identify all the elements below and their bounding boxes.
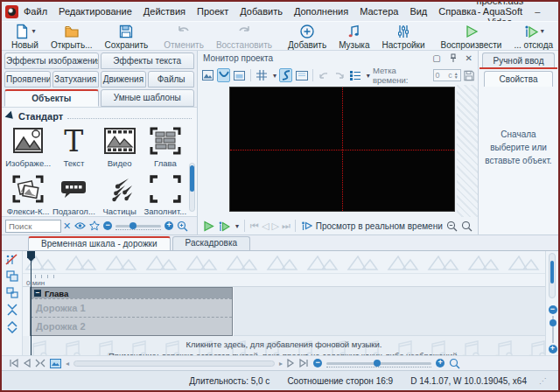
go-next-icon[interactable] — [287, 359, 295, 368]
tab-files[interactable]: Файлы — [148, 71, 194, 88]
empty-track-area[interactable] — [234, 287, 545, 336]
grid-caret[interactable]: ▾ — [273, 72, 276, 80]
transport-play-caret[interactable]: ▾ — [235, 222, 239, 230]
chapter-block[interactable]: − Глава Дорожка 1 Дорожка 2 — [30, 287, 233, 336]
zoom-in-button[interactable]: + — [164, 221, 173, 230]
realtime-preview-label[interactable]: Просмотр в реальном времени — [316, 221, 443, 231]
maximize-button[interactable]: □ — [556, 6, 560, 17]
shrink-tracks-icon[interactable] — [6, 304, 18, 316]
snapshot-save-icon[interactable] — [464, 70, 474, 81]
object-video[interactable]: Видео — [97, 125, 143, 168]
preview-zoom-out-icon[interactable] — [446, 220, 458, 232]
tab-smart-templates[interactable]: Умные шаблоны — [101, 89, 195, 107]
tab-fade-ins[interactable]: Проявления — [4, 71, 51, 88]
safe-area-icon[interactable] — [233, 68, 246, 82]
fit-view-icon[interactable] — [35, 359, 46, 368]
object-subtitle[interactable]: Подзагол... — [51, 173, 96, 216]
zoom-out-button[interactable]: − — [103, 221, 112, 230]
grid-icon[interactable] — [256, 68, 269, 82]
list-options-caret[interactable]: ▾ — [367, 72, 370, 80]
object-chapter[interactable]: Глава — [143, 125, 188, 168]
clear-search-icon[interactable]: ✕ — [63, 220, 71, 232]
menu-project[interactable]: Проект — [197, 6, 228, 17]
settings-button[interactable]: Настройки — [376, 22, 431, 50]
menu-wizards[interactable]: Мастера — [360, 6, 398, 17]
vzoom-in-button[interactable]: + — [549, 345, 557, 354]
group-objects-icon[interactable] — [6, 270, 18, 282]
object-image[interactable]: Изображе... — [5, 125, 51, 168]
timeline-zoom-in-button[interactable]: + — [436, 359, 444, 368]
play-from-here-caret[interactable]: ▾ — [541, 27, 544, 35]
vzoom-out-button[interactable]: − — [549, 305, 557, 314]
monitor-maximize-icon[interactable]: ▢ — [432, 53, 440, 63]
fullscreen-preview-icon[interactable] — [295, 68, 308, 82]
curve-mode-icon[interactable] — [217, 68, 230, 82]
collapsed-splitter[interactable] — [457, 85, 478, 217]
tab-timeline-tracks[interactable]: Временная шкала - дорожки — [28, 236, 171, 250]
add-button[interactable]: Добавить — [282, 22, 332, 50]
menu-actions[interactable]: Действия — [144, 6, 186, 17]
list-options-icon[interactable] — [349, 68, 362, 82]
menu-help[interactable]: Справка — [438, 6, 476, 17]
chapter-collapse-icon[interactable]: − — [34, 290, 41, 297]
transport-play-from-here-icon[interactable] — [218, 220, 230, 232]
menu-add[interactable]: Добавить — [240, 6, 283, 17]
object-text[interactable]: T Текст — [51, 125, 96, 168]
play-button[interactable]: Воспроизвести — [435, 22, 508, 50]
go-end-icon[interactable] — [299, 359, 309, 368]
tab-objects[interactable]: Объекты — [4, 89, 99, 107]
magnifier-plus-icon[interactable] — [177, 220, 188, 232]
section-standard[interactable]: Стандарт — [2, 107, 197, 123]
object-flexi-collage[interactable]: Флекси-К... — [5, 173, 51, 216]
ungroup-objects-icon[interactable] — [6, 287, 18, 298]
path-curve-icon[interactable] — [279, 68, 292, 82]
tab-properties[interactable]: Свойства — [484, 71, 553, 87]
keyframes-off-icon[interactable] — [5, 254, 18, 265]
timestamp-input[interactable]: 0 с ▲▼ — [433, 69, 461, 81]
go-start-icon[interactable] — [9, 359, 18, 368]
play-from-here-button[interactable]: ▾ ... отсюда — [508, 22, 559, 50]
thumbnail-size-slider[interactable] — [116, 225, 161, 228]
resize-grip[interactable]: ⋰ — [539, 377, 546, 384]
transport-play-icon[interactable] — [203, 220, 214, 232]
open-button[interactable]: Открыть... — [45, 22, 99, 50]
save-button[interactable]: Сохранить — [98, 22, 154, 50]
timeline-zoom-out-button[interactable]: − — [313, 359, 322, 368]
toolbox-scrollbar[interactable] — [189, 163, 195, 212]
new-button[interactable]: ▾ Новый — [5, 22, 45, 50]
timeline-zoom-slider[interactable] — [326, 362, 431, 365]
film-frame-icon[interactable] — [50, 359, 61, 368]
menu-view[interactable]: Вид — [410, 6, 427, 17]
timestamp-spinner[interactable]: ▲▼ — [454, 72, 458, 79]
tab-storyboard[interactable]: Раскадровка — [172, 236, 250, 250]
search-input[interactable] — [5, 220, 61, 233]
object-particles[interactable]: Частицы — [97, 173, 143, 216]
monitor-close-icon[interactable]: ✕ — [466, 53, 472, 63]
go-prev-icon[interactable] — [23, 359, 31, 368]
new-dropdown-caret[interactable]: ▾ — [32, 27, 35, 35]
menu-edit[interactable]: Редактирование — [59, 6, 132, 17]
video-preview[interactable] — [229, 87, 455, 212]
eye-icon[interactable] — [74, 221, 86, 230]
timeline-tracks-area[interactable]: 0 мин − Глава Дорожка 1 Дорожка 2 Кликни… — [23, 251, 545, 355]
tab-image-effects[interactable]: Эффекты изображения — [4, 52, 99, 69]
scroll-right-icon[interactable]: ▸ — [279, 360, 283, 368]
expand-tracks-icon[interactable] — [6, 321, 18, 333]
music-track-hint[interactable]: Кликните здесь, для добавления фоновой м… — [23, 340, 545, 355]
timeline-ruler[interactable]: 0 мин — [23, 274, 545, 287]
tab-fade-outs[interactable]: Затухания — [52, 71, 99, 88]
track-2[interactable]: Дорожка 2 — [31, 317, 232, 335]
realtime-preview-icon[interactable] — [301, 220, 312, 231]
scroll-left-icon[interactable]: ◂ — [66, 360, 69, 368]
hscroll-track[interactable] — [74, 360, 275, 367]
minimize-button[interactable]: – — [532, 6, 542, 17]
track-1[interactable]: Дорожка 1 — [31, 298, 232, 317]
tab-manual-input[interactable]: Ручной ввод — [482, 52, 555, 67]
star-icon[interactable] — [89, 220, 100, 231]
menu-file[interactable]: Файл — [24, 6, 47, 17]
object-placeholder[interactable]: Заполнит... — [143, 173, 188, 216]
tab-text-effects[interactable]: Эффекты текста — [101, 52, 195, 69]
music-button[interactable]: Музыка — [332, 22, 375, 50]
background-image-icon[interactable] — [201, 68, 214, 82]
monitor-pin-icon[interactable] — [450, 53, 457, 63]
